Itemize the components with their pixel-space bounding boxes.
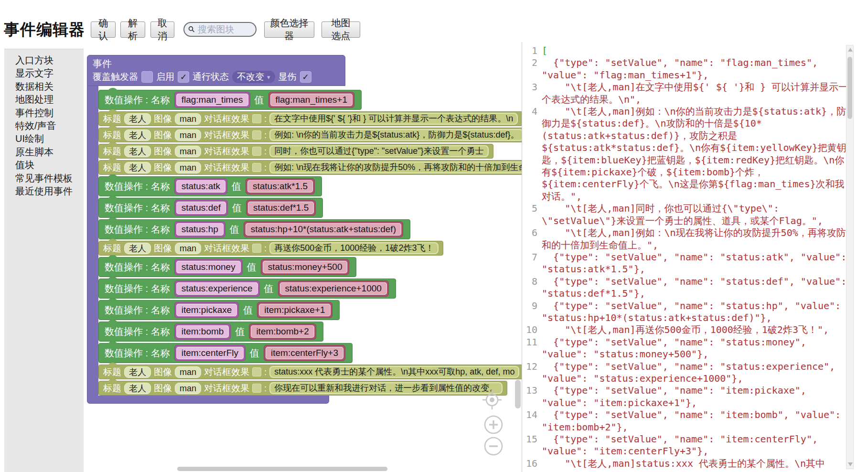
value-field[interactable]: item:pickaxe+1 [257,302,332,318]
search-input[interactable] [197,24,252,35]
dialog-effect-checkbox[interactable] [252,114,261,123]
confirm-button[interactable]: 确认 [91,21,116,38]
zoom-in-icon[interactable] [484,415,503,434]
enable-checkbox[interactable]: ✓ [178,71,189,83]
name-field[interactable]: item:bomb [174,323,231,340]
image-field[interactable]: man [175,162,201,173]
line-text[interactable]: "\t[老人,man]再送你500金币，1000经验，1破2炸3飞！", [542,324,851,336]
dialog-effect-checkbox[interactable] [252,163,261,172]
image-field[interactable]: man [175,243,201,254]
line-text[interactable]: {"type": "setValue", "name": "status:exp… [542,361,851,385]
line-text[interactable]: {"type": "setValue", "name": "flag:man_t… [542,57,851,81]
name-field[interactable]: status:atk [174,178,227,194]
sidebar-category-item[interactable]: 事件控制 [4,107,84,119]
image-field[interactable]: man [175,366,201,378]
name-field[interactable]: status:hp [174,221,225,237]
value-field[interactable]: status:atk*1.5 [246,178,315,194]
line-text[interactable]: {"type": "setValue", "name": "status:def… [542,276,851,300]
speaker-field[interactable]: 老人 [124,129,151,141]
speaker-field[interactable]: 老人 [124,383,151,394]
value-field[interactable]: item:bomb+2 [249,323,316,340]
block-set-value[interactable]: 数值操作 : 名称 status:money 值 status:money+50… [98,257,356,277]
sidebar-category-item[interactable]: 数据相关 [4,80,84,93]
line-text[interactable]: "\t[老人,man]例如：\n你的当前攻击力是${status:atk}，防御… [542,106,851,203]
block-set-value[interactable]: 数值操作 : 名称 status:def 值 status:def*1.5 [98,198,323,218]
line-text[interactable]: {"type": "setValue", "name": "status:hp"… [542,300,851,324]
name-field[interactable]: item:centerFly [174,345,246,361]
dialog-text-field[interactable]: 同时，你也可以通过{"type": "setValue"}来设置一个勇士 [269,145,488,157]
block-set-value[interactable]: 数值操作 : 名称 status:experience 值 status:exp… [98,279,396,299]
dialog-text-field[interactable]: status:xxx 代表勇士的某个属性。\n其中xxx可取hp, atk, d… [269,366,519,378]
line-text[interactable]: "\t[老人,man]例如：\n现在我将让你的攻防提升50%，再将攻防和的十倍加… [542,227,851,251]
sidebar-category-item[interactable]: 值块 [4,159,84,172]
sidebar-category-item[interactable]: 特效/声音 [4,119,84,132]
line-text[interactable]: "\t[老人,man]status:xxx 代表勇士的某个属性。\n其中 [542,458,851,470]
event-block-header[interactable]: 事件 覆盖触发器 ✓ 启用 ✓ 通行状态 不改变 ▾ 显伤 ✓ [87,55,345,86]
value-field[interactable]: status:money+500 [261,259,350,275]
value-field[interactable]: flag:man_times+1 [268,92,355,108]
code-editor[interactable]: 1 [ 2 {"type": "setValue", "name": "flag… [522,42,852,472]
speaker-field[interactable]: 老人 [124,146,151,157]
image-field[interactable]: man [175,113,201,125]
dialog-effect-checkbox[interactable] [252,367,261,376]
sidebar-category-item[interactable]: 入口方块 [4,54,84,67]
block-set-value[interactable]: 数值操作 : 名称 item:bomb 值 item:bomb+2 [98,322,323,342]
block-dialog-text[interactable]: 标题 老人 图像 man 对话框效果 : 再送你500金币，1000经验，1破2… [98,241,443,256]
line-text[interactable]: {"type": "setValue", "name": "item:picka… [542,385,851,409]
block-dialog-text[interactable]: 标题 老人 图像 man 对话框效果 : 例如: \n现在我将让你的攻防提升50… [98,160,522,175]
block-dialog-text[interactable]: 标题 老人 图像 man 对话框效果 : status:xxx 代表勇士的某个属… [98,365,522,379]
value-field[interactable]: item:centerFly+3 [264,345,345,361]
zoom-out-icon[interactable] [484,437,503,456]
value-field[interactable]: status:hp+10*(status:atk+status:def) [244,221,403,237]
color-picker-button[interactable]: 颜色选择器 [264,21,314,38]
event-block[interactable]: 事件 覆盖触发器 ✓ 启用 ✓ 通行状态 不改变 ▾ 显伤 ✓ 数值操作 : 名… [87,55,522,404]
workspace-vertical-scrollbar[interactable] [515,380,521,408]
dialog-text-field[interactable]: 例如: \n你的当前攻击力是${status:atk}，防御力是${status… [269,129,522,141]
scroll-down-icon[interactable] [848,462,853,466]
code-editor-scrollbar[interactable] [846,45,854,469]
name-field[interactable]: item:pickaxe [174,302,239,318]
block-set-value[interactable]: 数值操作 : 名称 item:centerFly 值 item:centerFl… [98,343,353,363]
speaker-field[interactable]: 老人 [124,243,151,254]
sidebar-category-item[interactable]: 显示文字 [4,67,84,80]
block-set-value[interactable]: 数值操作 : 名称 status:hp 值 status:hp+10*(stat… [98,219,410,239]
center-view-icon[interactable] [482,389,503,410]
line-text[interactable]: {"type": "setValue", "name": "item:cente… [542,433,851,458]
speaker-field[interactable]: 老人 [124,366,151,378]
block-dialog-text[interactable]: 标题 老人 图像 man 对话框效果 : 例如: \n你的当前攻击力是${sta… [98,128,522,142]
name-field[interactable]: status:def [174,200,228,216]
dialog-text-field[interactable]: 你现在可以重新和我进行对话，进一步看到属性值的改变。 [269,382,503,394]
search-box[interactable] [183,22,257,37]
image-field[interactable]: man [175,383,201,394]
line-text[interactable]: "\t[老人,man]同时，你也可以通过{\"type\": \"setValu… [542,203,851,227]
damage-checkbox[interactable]: ✓ [300,71,311,83]
name-field[interactable]: status:experience [174,280,260,297]
line-text[interactable]: [ [542,45,851,57]
dialog-effect-checkbox[interactable] [252,384,261,393]
line-text[interactable]: "\t[老人,man]在文字中使用${' ${ '}和 } 可以计算并显示一个表… [542,81,851,106]
trigger-checkbox[interactable]: ✓ [141,71,153,83]
value-field[interactable]: status:experience+1000 [278,280,389,297]
sidebar-category-item[interactable]: 常见事件模板 [4,172,84,185]
parse-button[interactable]: 解析 [120,21,145,38]
line-text[interactable]: {"type": "setValue", "name": "status:atk… [542,251,851,276]
value-field[interactable]: status:def*1.5 [246,200,316,216]
block-dialog-text[interactable]: 标题 老人 图像 man 对话框效果 : 在文字中使用${' ${ '}和 } … [98,111,522,126]
line-text[interactable]: {"type": "setValue", "name": "item:bomb"… [542,409,851,433]
name-field[interactable]: flag:man_times [174,92,250,108]
sidebar-category-item[interactable]: UI绘制 [4,132,84,145]
map-point-button[interactable]: 地图选点 [321,21,360,38]
block-dialog-text[interactable]: 标题 老人 图像 man 对话框效果 : 你现在可以重新和我进行对话，进一步看到… [98,381,507,396]
dialog-text-field[interactable]: 再送你500金币，1000经验，1破2炸3飞！ [269,242,439,254]
dialog-text-field[interactable]: 在文字中使用${' ${ '}和 } 可以计算并显示一个表达式的结果。\n [269,113,518,125]
block-set-value[interactable]: 数值操作 : 名称 item:pickaxe 值 item:pickaxe+1 [98,300,340,320]
sidebar-category-item[interactable]: 最近使用事件 [4,185,84,198]
image-field[interactable]: man [175,146,201,157]
line-text[interactable]: {"type": "setValue", "name": "status:mon… [542,336,851,361]
name-field[interactable]: status:money [174,259,243,275]
pass-status-dropdown[interactable]: 不改变 ▾ [232,71,275,83]
cancel-button[interactable]: 取消 [150,21,174,38]
block-set-value[interactable]: 数值操作 : 名称 status:atk 值 status:atk*1.5 [98,176,322,196]
dialog-effect-checkbox[interactable] [252,147,261,156]
block-workspace[interactable]: 事件 覆盖触发器 ✓ 启用 ✓ 通行状态 不改变 ▾ 显伤 ✓ 数值操作 : 名… [84,42,522,472]
